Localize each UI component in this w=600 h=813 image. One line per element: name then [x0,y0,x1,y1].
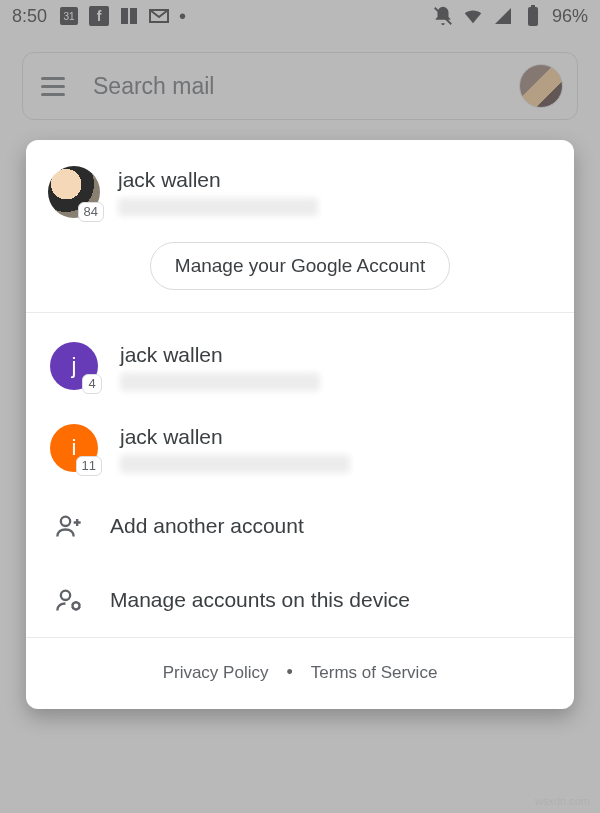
account-email [120,373,320,391]
svg-point-10 [61,517,70,526]
account-dialog: 84 jack wallen Manage your Google Accoun… [26,140,574,709]
dialog-footer: Privacy Policy • Terms of Service [26,637,574,709]
account-item[interactable]: j 4 jack wallen [26,325,574,407]
account-email [120,455,350,473]
account-item[interactable]: i 11 jack wallen [26,407,574,489]
account-badge: 4 [82,374,102,394]
svg-point-13 [61,591,70,600]
account-name: jack wallen [120,343,320,367]
person-gear-icon [54,585,84,615]
person-add-icon [54,511,84,541]
watermark: wsxdn.com [535,795,590,807]
primary-account-name: jack wallen [118,168,318,192]
manage-accounts-label: Manage accounts on this device [110,588,410,612]
add-account-button[interactable]: Add another account [26,489,574,563]
separator-dot: • [286,662,292,683]
account-badge: 11 [76,456,102,476]
manage-account-button[interactable]: Manage your Google Account [150,242,450,290]
primary-badge: 84 [78,202,104,222]
terms-of-service-link[interactable]: Terms of Service [311,663,438,683]
account-name: jack wallen [120,425,350,449]
primary-account-row[interactable]: 84 jack wallen [48,166,552,218]
manage-accounts-button[interactable]: Manage accounts on this device [26,563,574,637]
privacy-policy-link[interactable]: Privacy Policy [163,663,269,683]
add-account-label: Add another account [110,514,304,538]
primary-account-email [118,198,318,216]
